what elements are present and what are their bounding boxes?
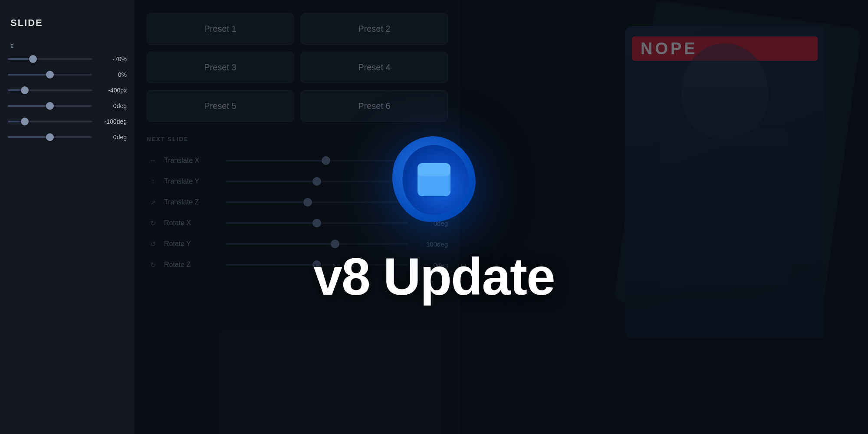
preset-btn-3[interactable]: Preset 3 xyxy=(147,52,294,83)
slider-track-1[interactable] xyxy=(8,58,92,60)
transform-row-translate-x: ↔ Translate X xyxy=(147,150,448,171)
preset-btn-4[interactable]: Preset 4 xyxy=(301,52,448,83)
slider-value-2: 0% xyxy=(96,71,127,78)
slider-row-4: 0deg xyxy=(0,98,135,114)
translate-x-slider[interactable] xyxy=(226,160,408,161)
rotate-x-value: 0deg xyxy=(413,220,448,227)
translate-z-value: 0px xyxy=(413,199,448,206)
translate-y-slider[interactable] xyxy=(226,181,408,182)
preset-btn-1[interactable]: Preset 1 xyxy=(147,13,294,45)
translate-z-icon: ↗ xyxy=(147,196,159,208)
rotate-x-icon: ↻ xyxy=(147,217,159,229)
rotate-x-label: Rotate X xyxy=(164,219,220,227)
left-sidebar: SLIDE E -70% 0% -400px 0deg xyxy=(0,0,135,434)
translate-y-value: 0% xyxy=(413,178,448,185)
slider-row-1: -70% xyxy=(0,51,135,67)
card-main: NOPE xyxy=(625,26,825,339)
slider-row-2: 0% xyxy=(0,67,135,82)
slide-section-title: SLIDE xyxy=(0,9,135,36)
preset-btn-2[interactable]: Preset 2 xyxy=(301,13,448,45)
rotate-y-value: 100deg xyxy=(413,240,448,248)
preset-grid: Preset 1 Preset 2 Preset 3 Preset 4 Pres… xyxy=(147,13,448,122)
preset-btn-6[interactable]: Preset 6 xyxy=(301,90,448,122)
transform-row-rotate-x: ↻ Rotate X 0deg xyxy=(147,213,448,233)
translate-y-icon: ↕ xyxy=(147,175,159,187)
rotate-y-label: Rotate Y xyxy=(164,240,220,248)
nope-text: NOPE xyxy=(641,39,698,58)
slider-track-6[interactable] xyxy=(8,136,92,138)
rotate-z-label: Rotate Z xyxy=(164,261,220,269)
slider-row-5: -100deg xyxy=(0,114,135,129)
translate-z-label: Translate Z xyxy=(164,198,220,206)
preset-btn-5[interactable]: Preset 5 xyxy=(147,90,294,122)
slider-track-2[interactable] xyxy=(8,74,92,76)
rotate-x-slider[interactable] xyxy=(226,222,408,224)
rotate-z-icon: ↻ xyxy=(147,259,159,271)
rotate-z-value: 0deg xyxy=(413,261,448,269)
slider-value-6: 0deg xyxy=(96,134,127,141)
rotate-y-icon: ↺ xyxy=(147,238,159,250)
slider-track-3[interactable] xyxy=(8,89,92,91)
slider-value-4: 0deg xyxy=(96,102,127,109)
transform-row-translate-z: ↗ Translate Z 0px xyxy=(147,192,448,213)
rotate-y-slider[interactable] xyxy=(226,243,408,245)
slider-track-5[interactable] xyxy=(8,121,92,122)
next-slide-title: NEXT SLIDE xyxy=(147,136,448,142)
subsection-label: E xyxy=(0,36,135,51)
slider-value-5: -100deg xyxy=(96,118,127,125)
transform-row-rotate-y: ↺ Rotate Y 100deg xyxy=(147,233,448,254)
translate-y-label: Translate Y xyxy=(164,178,220,185)
transform-row-translate-y: ↕ Translate Y 0% xyxy=(147,171,448,192)
translate-z-slider[interactable] xyxy=(226,201,408,203)
slider-row-3: -400px xyxy=(0,82,135,98)
translate-x-label: Translate X xyxy=(164,157,220,164)
slider-value-1: -70% xyxy=(96,56,127,62)
slider-track-4[interactable] xyxy=(8,105,92,107)
slider-row-6: 0deg xyxy=(0,129,135,145)
slider-value-3: -400px xyxy=(96,87,127,94)
transform-row-rotate-z: ↻ Rotate Z 0deg xyxy=(147,254,448,275)
right-content: NOPE xyxy=(477,0,868,434)
translate-x-icon: ↔ xyxy=(147,155,159,167)
center-panel: Preset 1 Preset 2 Preset 3 Preset 4 Pres… xyxy=(135,0,460,434)
card-person-gradient xyxy=(625,78,825,339)
rotate-z-slider[interactable] xyxy=(226,264,408,266)
